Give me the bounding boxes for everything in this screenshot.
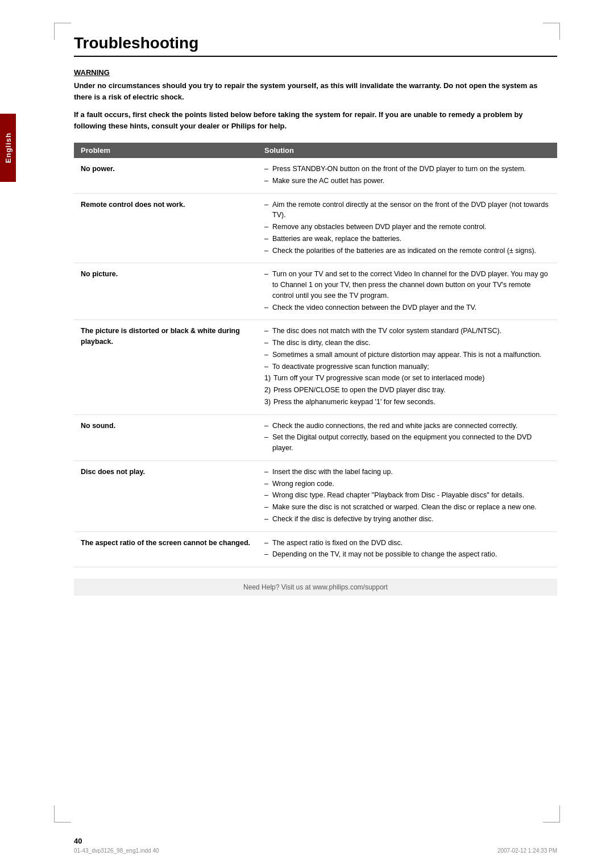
solution-cell-3: The disc does not match with the TV colo… (258, 320, 557, 414)
solution-item: Insert the disc with the label facing up… (264, 467, 550, 477)
corner-mark-br-h (543, 822, 560, 823)
solution-item: Make sure the disc is not scratched or w… (264, 502, 550, 513)
warning-text-1: Under no circumstances should you try to… (74, 80, 557, 102)
solution-item: The disc is dirty, clean the disc. (264, 338, 550, 348)
table-row: The aspect ratio of the screen cannot be… (74, 531, 557, 567)
corner-mark-bl-v (54, 805, 55, 823)
solution-item: Check if the disc is defective by trying… (264, 514, 550, 525)
solution-item: Check the polarities of the batteries ar… (264, 246, 550, 256)
table-row: No power.Press STANDBY-ON button on the … (74, 158, 557, 193)
solution-item: Check the video connection between the D… (264, 302, 550, 313)
numbered-solution-item: Press the alphanumeric keypad '1' for fe… (264, 397, 550, 408)
solution-cell-4: Check the audio connections, the red and… (258, 414, 557, 460)
numbered-solution-item: Press OPEN/CLOSE to open the DVD player … (264, 385, 550, 396)
problem-cell-3: The picture is distorted or black & whit… (74, 320, 258, 414)
warning-text-2: If a fault occurs, first check the point… (74, 109, 557, 131)
solution-item: Wrong disc type. Read chapter "Playback … (264, 490, 550, 501)
problem-header: Problem (74, 143, 258, 158)
corner-mark-tr-h (543, 23, 560, 23)
corner-mark-tl-v (54, 23, 55, 40)
table-row: Remote control does not work.Aim the rem… (74, 193, 557, 263)
solution-item: Batteries are weak, replace the batterie… (264, 234, 550, 244)
table-header-row: Problem Solution (74, 143, 557, 158)
solution-cell-0: Press STANDBY-ON button on the front of … (258, 158, 557, 193)
solution-item: The aspect ratio is fixed on the DVD dis… (264, 538, 550, 549)
corner-mark-tr-v (559, 23, 560, 40)
numbered-solution-item: Turn off your TV progressive scan mode (… (264, 373, 550, 384)
footer-file-info: 01-43_dvp3126_98_eng1.indd 40 (74, 848, 159, 854)
solution-item: Remove any obstacles between DVD player … (264, 222, 550, 232)
solution-item: Sometimes a small amount of picture dist… (264, 350, 550, 360)
problem-cell-1: Remote control does not work. (74, 193, 258, 263)
solution-item: Turn on your TV and set to the correct V… (264, 269, 550, 301)
table-row: No sound.Check the audio connections, th… (74, 414, 557, 460)
problem-cell-4: No sound. (74, 414, 258, 460)
solution-item: Set the Digital output correctly, based … (264, 432, 550, 454)
solution-item: The disc does not match with the TV colo… (264, 326, 550, 337)
solution-header: Solution (258, 143, 557, 158)
problem-cell-0: No power. (74, 158, 258, 193)
solution-cell-5: Insert the disc with the label facing up… (258, 460, 557, 531)
solution-cell-6: The aspect ratio is fixed on the DVD dis… (258, 531, 557, 567)
solution-cell-1: Aim the remote control directly at the s… (258, 193, 557, 263)
problem-cell-6: The aspect ratio of the screen cannot be… (74, 531, 258, 567)
table-row: The picture is distorted or black & whit… (74, 320, 557, 414)
solution-item: To deactivate progressive scan function … (264, 362, 550, 372)
page-number: 40 (74, 837, 82, 845)
corner-mark-bl-h (54, 822, 71, 823)
footer-help-text: Need Help? Visit us at www.philips.com/s… (74, 579, 557, 596)
problem-cell-5: Disc does not play. (74, 460, 258, 531)
warning-title: WARNING (74, 68, 557, 77)
warning-section: WARNING Under no circumstances should yo… (74, 68, 557, 131)
solution-item: Depending on the TV, it may not be possi… (264, 549, 550, 560)
troubleshooting-table: Problem Solution No power.Press STANDBY-… (74, 143, 557, 567)
page-title: Troubleshooting (74, 34, 557, 57)
side-tab-label: English (4, 132, 13, 163)
solution-item: Check the audio connections, the red and… (264, 421, 550, 431)
footer-date-info: 2007-02-12 1:24:33 PM (497, 848, 557, 854)
corner-mark-tl-h (54, 23, 71, 23)
table-row: No picture.Turn on your TV and set to th… (74, 263, 557, 320)
solution-item: Aim the remote control directly at the s… (264, 200, 550, 221)
page-container: English Troubleshooting WARNING Under no… (0, 0, 614, 868)
solution-item: Make sure the AC outlet has power. (264, 176, 550, 186)
solution-cell-2: Turn on your TV and set to the correct V… (258, 263, 557, 320)
language-side-tab: English (0, 114, 16, 182)
problem-cell-2: No picture. (74, 263, 258, 320)
corner-mark-br-v (559, 805, 560, 823)
solution-item: Press STANDBY-ON button on the front of … (264, 164, 550, 175)
table-row: Disc does not play.Insert the disc with … (74, 460, 557, 531)
solution-item: Wrong region code. (264, 479, 550, 489)
